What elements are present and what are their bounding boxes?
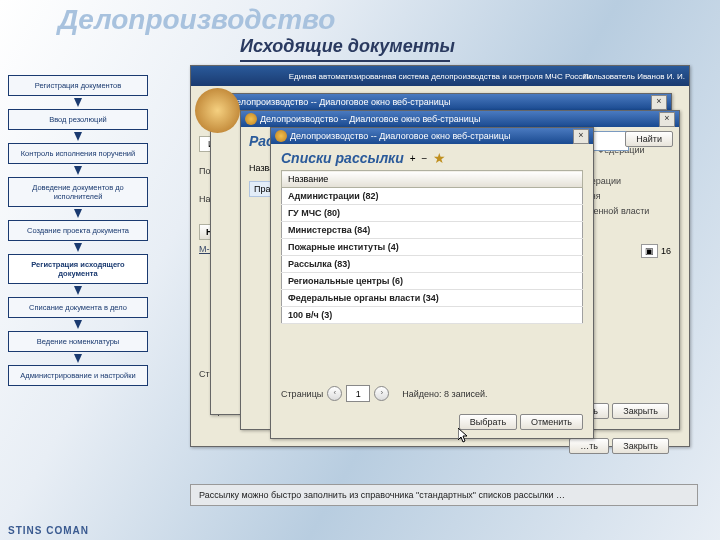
table-row[interactable]: Пожарные институты (4) — [282, 239, 583, 256]
table-row[interactable]: Министерства (84) — [282, 222, 583, 239]
dialog-2-title: Делопроизводство -- Диалоговое окно веб-… — [260, 114, 480, 124]
arrow-down-icon — [74, 320, 82, 329]
count-value: 16 — [661, 246, 671, 256]
arrow-down-icon — [74, 354, 82, 363]
table-row[interactable]: Региональные центры (6) — [282, 273, 583, 290]
arrow-down-icon — [74, 98, 82, 107]
workflow-step-8[interactable]: Администрирование и настройки — [8, 365, 148, 386]
workflow-step-4[interactable]: Создание проекта документа — [8, 220, 148, 241]
workflow-step-1[interactable]: Ввод резолюций — [8, 109, 148, 130]
workflow-step-0[interactable]: Регистрация документов — [8, 75, 148, 96]
user-label: Пользователь — [583, 72, 635, 81]
workflow-step-6[interactable]: Списание документа в дело — [8, 297, 148, 318]
slide-title: Делопроизводство — [58, 4, 335, 36]
arrow-down-icon — [74, 132, 82, 141]
select-button[interactable]: Выбрать — [459, 414, 517, 430]
close-button-outer[interactable]: Закрыть — [612, 438, 669, 454]
remove-icon[interactable]: − — [422, 153, 428, 164]
arrow-down-icon — [74, 286, 82, 295]
close-button[interactable]: Закрыть — [612, 403, 669, 419]
add-icon[interactable]: + — [410, 153, 416, 164]
pager: Страницы ‹ › Найдено: 8 записей. — [281, 385, 488, 402]
dialog-2-titlebar[interactable]: Делопроизводство -- Диалоговое окно веб-… — [241, 111, 679, 127]
folder-icon[interactable]: ▣ — [641, 244, 658, 258]
save-button-outer[interactable]: …ть — [569, 438, 609, 454]
table-row[interactable]: Рассылка (83) — [282, 256, 583, 273]
app-header-text: Единая автоматизированная система делопр… — [289, 72, 592, 81]
col-name[interactable]: Название — [282, 171, 583, 188]
ie-icon — [245, 113, 257, 125]
close-icon[interactable]: × — [651, 95, 667, 110]
table-row[interactable]: Администрации (82) — [282, 188, 583, 205]
close-icon[interactable]: × — [573, 129, 589, 144]
star-icon[interactable]: ★ — [433, 150, 446, 166]
row-count: ▣ 16 — [641, 246, 671, 256]
page-next-icon[interactable]: › — [374, 386, 389, 401]
table-row[interactable]: Федеральные органы власти (34) — [282, 290, 583, 307]
app-header: Единая автоматизированная система делопр… — [191, 66, 689, 86]
find-button[interactable]: Найти — [625, 131, 673, 147]
arrow-down-icon — [74, 166, 82, 175]
dialog-1-title: Делопроизводство -- Диалоговое окно веб-… — [230, 97, 450, 107]
section-title: Исходящие документы — [240, 36, 455, 57]
found-label: Найдено: 8 записей. — [402, 389, 487, 399]
close-icon[interactable]: × — [659, 112, 675, 127]
workflow-step-2[interactable]: Контроль исполнения поручений — [8, 143, 148, 164]
dialog-3-heading: Списки рассылки — [281, 150, 404, 166]
ie-icon — [275, 130, 287, 142]
mchs-emblem — [195, 88, 240, 133]
workflow-step-3[interactable]: Доведение документов до исполнителей — [8, 177, 148, 207]
workflow-step-7[interactable]: Ведение номенклатуры — [8, 331, 148, 352]
vendor-logo: STINS COMAN — [8, 525, 89, 536]
cancel-button[interactable]: Отменить — [520, 414, 583, 430]
workflow-sidebar: Регистрация документовВвод резолюцийКонт… — [8, 75, 148, 386]
workflow-step-5[interactable]: Регистрация исходящего документа — [8, 254, 148, 284]
user-name: Иванов И. И. — [637, 72, 685, 81]
page-prev-icon[interactable]: ‹ — [327, 386, 342, 401]
arrow-down-icon — [74, 243, 82, 252]
dialog-3-titlebar[interactable]: Делопроизводство -- Диалоговое окно веб-… — [271, 128, 593, 144]
user-block: Пользователь Иванов И. И. — [583, 72, 685, 81]
arrow-down-icon — [74, 209, 82, 218]
table-row[interactable]: 100 в/ч (3) — [282, 307, 583, 324]
slide-caption: Рассылку можно быстро заполнить из справ… — [190, 484, 698, 506]
dialog-lists: Делопроизводство -- Диалоговое окно веб-… — [270, 127, 594, 439]
page-input[interactable] — [346, 385, 370, 402]
pages-label: Страницы — [281, 389, 323, 399]
lists-table: Название Администрации (82)ГУ МЧС (80)Ми… — [281, 170, 583, 324]
dialog-1-titlebar[interactable]: Делопроизводство -- Диалоговое окно веб-… — [211, 94, 671, 110]
table-row[interactable]: ГУ МЧС (80) — [282, 205, 583, 222]
dialog-3-title: Делопроизводство -- Диалоговое окно веб-… — [290, 131, 510, 141]
